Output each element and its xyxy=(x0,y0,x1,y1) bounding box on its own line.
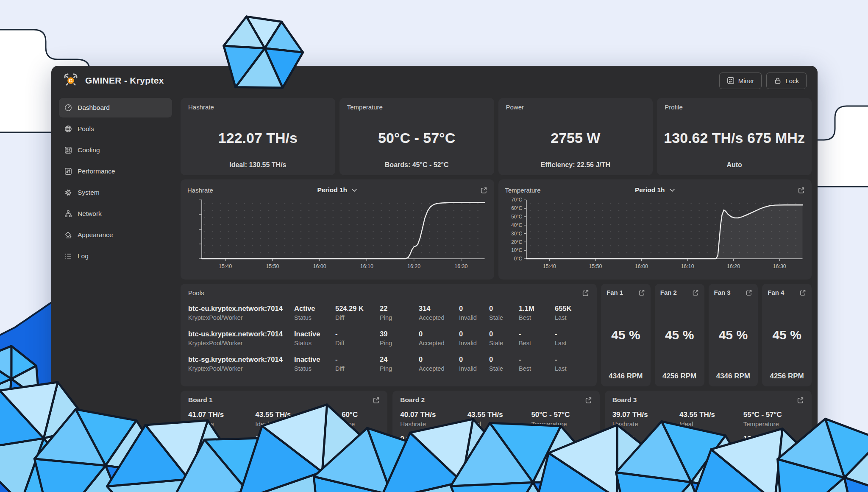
board-stat: 43.55 TH/sIdeal xyxy=(679,411,743,428)
svg-text:30°C: 30°C xyxy=(511,231,522,236)
info-icon[interactable] xyxy=(585,489,592,492)
fan-rpm: 4346 RPM xyxy=(709,372,758,380)
chart-header: Hashrate Period 1h xyxy=(187,184,487,196)
svg-text:16:10: 16:10 xyxy=(360,263,373,269)
main-content: Hashrate 122.07 TH/s Ideal: 130.55 TH/s … xyxy=(181,95,812,492)
sidebar-item-system[interactable]: System xyxy=(59,183,172,202)
pool-cell: 524.29 KDiff xyxy=(335,305,380,321)
sidebar-item-label: Cooling xyxy=(78,146,100,154)
chevron-down-icon xyxy=(351,188,357,192)
sync-icon xyxy=(727,77,734,84)
period-label: Period 1h xyxy=(635,186,665,194)
pool-cell: 0Invalid xyxy=(459,330,489,347)
info-icon[interactable] xyxy=(797,489,804,492)
lock-button[interactable]: Lock xyxy=(766,73,807,89)
export-icon[interactable] xyxy=(798,187,805,194)
board-footer xyxy=(188,485,380,492)
export-icon[interactable] xyxy=(746,289,752,296)
chevron-down-icon xyxy=(669,188,675,192)
board-stats: 39.07 TH/sHashrate 43.55 TH/sIdeal 55°C … xyxy=(612,411,804,476)
fan-percent: 45 % xyxy=(762,328,812,342)
stat-sub: Auto xyxy=(657,161,812,169)
pool-address: btc-eu.kryptex.network:7014 xyxy=(188,305,294,313)
pool-worker: KryptexPool/Worker xyxy=(188,340,294,347)
sidebar-item-appearance[interactable]: Appearance xyxy=(59,225,172,245)
pool-worker: KryptexPool/Worker xyxy=(188,365,294,372)
stat-cards-row: Hashrate 122.07 TH/s Ideal: 130.55 TH/s … xyxy=(181,98,812,175)
fan-title: Fan 3 xyxy=(714,289,731,296)
svg-text:G: G xyxy=(69,78,73,83)
gear-icon xyxy=(64,189,72,196)
board-stat: 41.07 TH/sHashrate xyxy=(188,411,255,428)
pool-cell: -Diff xyxy=(335,330,380,347)
pool-address-cell: btc-eu.kryptex.network:7014 KryptexPool/… xyxy=(188,305,294,321)
board-stat: 77Stability xyxy=(400,459,467,476)
stat-card-hashrate: Hashrate 122.07 TH/s Ideal: 130.55 TH/s xyxy=(181,98,335,175)
temperature-chart-card: Temperature Period 1h 0°C10°C20°C30°C40°… xyxy=(498,179,812,280)
sidebar-item-network[interactable]: Network xyxy=(59,204,172,224)
board-card-1: Board 1 41.07 TH/sHashrate 43.55 TH/sIde… xyxy=(181,391,387,492)
fan-card-4: Fan 4 45 % 4256 RPM xyxy=(762,284,812,386)
screen: G GMINER - Kryptex Miner xyxy=(0,0,868,492)
svg-text:16:30: 16:30 xyxy=(773,263,786,269)
command-icon xyxy=(64,146,72,154)
fan-card-1: Fan 1 45 % 4346 RPM xyxy=(601,284,651,386)
export-icon[interactable] xyxy=(582,289,589,296)
board-stat: 51°C - 60°CTemperature xyxy=(319,411,380,428)
svg-text:40°C: 40°C xyxy=(511,222,522,228)
lightning-icon xyxy=(400,490,405,492)
pool-address-cell: btc-us.kryptex.network:7014 KryptexPool/… xyxy=(188,330,294,347)
period-selector[interactable]: Period 1h xyxy=(505,186,805,194)
pool-worker: KryptexPool/Worker xyxy=(188,314,294,321)
export-icon[interactable] xyxy=(799,289,806,296)
pools-fans-row: Pools btc-eu.kryptex.network:7014 Krypte… xyxy=(181,284,812,386)
stat-value: 50°C - 57°C xyxy=(339,130,494,146)
board-title: Board 1 xyxy=(188,396,213,404)
sidebar-item-dashboard[interactable]: Dashboard xyxy=(59,98,172,117)
export-icon[interactable] xyxy=(373,397,380,404)
export-icon[interactable] xyxy=(692,289,699,296)
window-body: Dashboard Pools Cooling xyxy=(51,95,818,492)
pool-address: btc-us.kryptex.network:7014 xyxy=(188,330,294,338)
board-stat xyxy=(531,435,592,452)
sidebar-item-performance[interactable]: Performance xyxy=(59,162,172,181)
export-icon[interactable] xyxy=(585,397,592,404)
stat-sub: Ideal: 130.55 TH/s xyxy=(181,161,335,169)
board-stat: 0Slow Chips xyxy=(612,459,679,476)
pool-cell: 0Invalid xyxy=(459,305,489,321)
svg-text:16:00: 16:00 xyxy=(313,263,326,269)
sidebar-item-log[interactable]: Log xyxy=(59,246,172,266)
svg-text:20°C: 20°C xyxy=(511,239,522,244)
sidebar-item-cooling[interactable]: Cooling xyxy=(59,140,172,160)
stat-label: Hashrate xyxy=(188,103,328,111)
pools-header: Pools xyxy=(188,289,589,296)
pool-cell: -Last xyxy=(555,355,589,372)
svg-text:0°C: 0°C xyxy=(514,256,522,261)
charts-row: Hashrate Period 1h 15:4015:5016:0016:101… xyxy=(181,179,812,280)
period-label: Period 1h xyxy=(317,186,347,194)
globe-icon xyxy=(64,125,72,133)
sidebar-item-label: Log xyxy=(78,252,89,260)
export-icon[interactable] xyxy=(797,397,804,404)
board-stat: 43.55 TH/sIdeal xyxy=(255,411,319,428)
svg-text:16:30: 16:30 xyxy=(454,263,467,269)
svg-text:60°C: 60°C xyxy=(511,205,522,211)
pool-cell: 0Accepted xyxy=(419,330,459,347)
chart-title: Temperature xyxy=(505,187,541,194)
chart-header: Temperature Period 1h xyxy=(505,184,805,196)
sliders-icon xyxy=(64,168,72,175)
board-stat: 40.07 TH/sHashrate xyxy=(400,411,467,428)
board-status: Mining xyxy=(409,489,428,492)
info-icon[interactable] xyxy=(373,489,380,492)
miner-button[interactable]: Miner xyxy=(719,73,762,89)
board-footer: Mining xyxy=(400,485,592,492)
period-selector[interactable]: Period 1h xyxy=(187,186,487,194)
paint-icon xyxy=(64,231,72,239)
sidebar-item-label: Appearance xyxy=(78,231,113,239)
export-icon[interactable] xyxy=(480,187,487,194)
board-stat: 50°C - 57°CTemperature xyxy=(531,411,592,428)
sidebar-item-pools[interactable]: Pools xyxy=(59,119,172,139)
pool-cell: InactiveStatus xyxy=(294,355,335,372)
export-icon[interactable] xyxy=(638,289,645,296)
fan-percent: 45 % xyxy=(601,328,651,342)
